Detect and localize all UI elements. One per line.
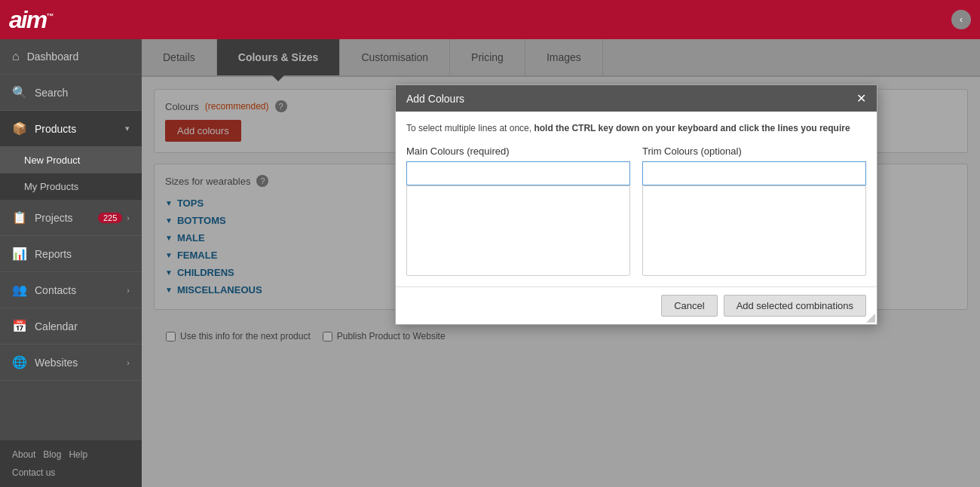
sidebar: ⌂ Dashboard 🔍 Search 📦 Products ▾ New Pr… (0, 39, 142, 487)
logo: aim™ (9, 6, 52, 34)
trim-colours-col: Trim Colours (optional) (642, 145, 866, 276)
sidebar-item-websites[interactable]: 🌐 Websites › (0, 345, 142, 381)
sidebar-item-products[interactable]: 📦 Products ▾ (0, 111, 142, 147)
sidebar-item-projects[interactable]: 📋 Projects 225 › (0, 200, 142, 236)
trim-colours-label: Trim Colours (optional) (642, 145, 866, 157)
footer-blog-link[interactable]: Blog (43, 449, 61, 460)
modal-columns: Main Colours (required) Trim Colours (op… (406, 145, 866, 276)
projects-icon: 📋 (12, 210, 27, 225)
trim-colours-list[interactable] (642, 185, 866, 276)
collapse-button[interactable]: ‹ (951, 10, 971, 29)
sidebar-item-reports[interactable]: 📊 Reports (0, 236, 142, 272)
main-colours-label: Main Colours (required) (406, 145, 630, 157)
sidebar-label-search: Search (35, 87, 130, 99)
content-area: Details Colours & Sizes Customisation Pr… (142, 39, 980, 487)
home-icon: ⌂ (12, 50, 20, 63)
trim-colours-input[interactable] (642, 161, 866, 185)
sidebar-label-contacts: Contacts (35, 284, 127, 296)
websites-icon: 🌐 (12, 355, 27, 369)
sidebar-label-products: Products (35, 123, 125, 135)
add-combinations-button[interactable]: Add selected combinations (724, 295, 866, 317)
sidebar-subitem-my-products[interactable]: My Products (0, 173, 142, 200)
sidebar-item-calendar[interactable]: 📅 Calendar (0, 308, 142, 345)
reports-icon: 📊 (12, 247, 27, 261)
search-icon: 🔍 (12, 85, 27, 100)
chevron-right-icon: › (127, 213, 130, 222)
products-icon: 📦 (12, 121, 27, 136)
new-product-label: New Product (24, 155, 80, 166)
sidebar-item-contacts[interactable]: 👥 Contacts › (0, 272, 142, 308)
top-bar: aim™ ‹ (0, 0, 980, 39)
sidebar-item-dashboard[interactable]: ⌂ Dashboard (0, 39, 142, 75)
footer-contact-link[interactable]: Contact us (12, 467, 55, 478)
modal-title: Add Colours (406, 93, 464, 105)
chevron-right-icon-contacts: › (127, 286, 130, 295)
modal-footer: Cancel Add selected combinations (396, 286, 877, 324)
chevron-down-icon: ▾ (125, 124, 130, 133)
modal-hint: To select multiple lines at once, hold t… (406, 122, 866, 135)
main-colours-list[interactable] (406, 185, 630, 276)
calendar-icon: 📅 (12, 319, 27, 333)
modal-hint-bold: hold the CTRL key down on your keyboard … (534, 123, 850, 133)
sidebar-subitem-new-product[interactable]: New Product (0, 147, 142, 173)
projects-badge: 225 (98, 213, 122, 223)
footer-about-link[interactable]: About (12, 449, 35, 460)
main-layout: ⌂ Dashboard 🔍 Search 📦 Products ▾ New Pr… (0, 39, 980, 487)
modal-close-button[interactable]: ✕ (856, 91, 866, 106)
sidebar-label-dashboard: Dashboard (27, 51, 130, 63)
sidebar-footer: About Blog Help Contact us (0, 440, 142, 487)
sidebar-label-reports: Reports (35, 248, 130, 260)
sidebar-item-search[interactable]: 🔍 Search (0, 75, 142, 111)
modal-overlay: Add Colours ✕ To select multiple lines a… (142, 39, 980, 487)
contacts-icon: 👥 (12, 283, 27, 297)
sidebar-label-projects: Projects (35, 212, 98, 224)
main-colours-input[interactable] (406, 161, 630, 185)
add-colours-modal: Add Colours ✕ To select multiple lines a… (395, 84, 877, 325)
footer-help-link[interactable]: Help (69, 449, 87, 460)
sidebar-label-websites: Websites (35, 357, 127, 369)
chevron-right-icon-websites: › (127, 358, 130, 367)
main-colours-col: Main Colours (required) (406, 145, 630, 276)
sidebar-label-calendar: Calendar (35, 320, 130, 332)
cancel-button[interactable]: Cancel (661, 295, 717, 317)
modal-body: To select multiple lines at once, hold t… (396, 112, 877, 286)
my-products-label: My Products (24, 181, 78, 192)
modal-header: Add Colours ✕ (396, 85, 877, 112)
